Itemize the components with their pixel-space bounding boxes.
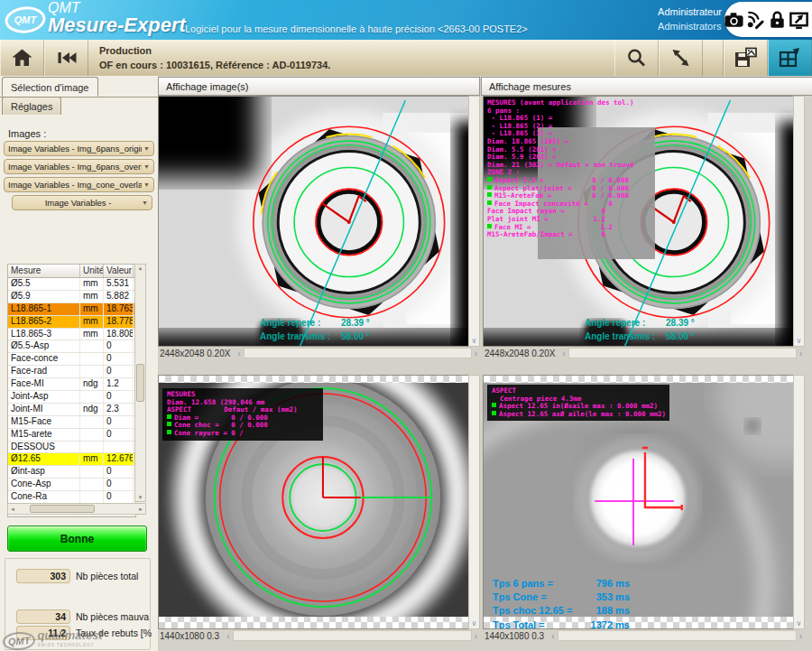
pan-right-icon[interactable]: › xyxy=(797,631,805,641)
table-row[interactable]: L18.865-3 mm 18.808 xyxy=(8,329,135,341)
scroll-thumb[interactable] xyxy=(30,505,95,513)
cell-valeur: 0 xyxy=(104,416,134,428)
cell-mesure: Ø5.5 xyxy=(8,278,80,290)
cell-unite xyxy=(80,391,104,403)
scroll-thumb[interactable] xyxy=(136,364,144,402)
sidebar-tabs: Sélection d'image Réglages xyxy=(0,77,158,98)
timing-line: Tps Cone =353 ms xyxy=(493,590,630,603)
save-image-button[interactable] xyxy=(724,40,768,76)
vertical-scrollbar[interactable]: ∨ xyxy=(793,375,805,629)
table-horizontal-scrollbar[interactable]: ◄ ► xyxy=(7,503,146,515)
cell-valeur: 0 xyxy=(104,429,134,441)
cell-unite xyxy=(80,491,104,503)
pan-right-icon[interactable]: › xyxy=(797,349,805,358)
angle-line: Angle transmis :58.00 ° xyxy=(585,329,695,342)
camera-image-6pans-overlay[interactable]: MESURES (avant application des tol.)6 pa… xyxy=(483,96,794,347)
image-viewer-area: Affichage image(s) Affichage mesures Ang… xyxy=(158,76,812,651)
viewport-bottom-left[interactable]: MESURESDiam. 12.658 (298,046 mmASPECT De… xyxy=(158,375,480,629)
cell-mesure: Cone-Ra xyxy=(8,491,80,503)
layout-tile-button[interactable] xyxy=(768,40,812,76)
home-button[interactable] xyxy=(0,40,44,76)
viewport-bottom-right[interactable]: ASPECT Centrage piece 4.3mmAspect 12.65 … xyxy=(483,375,805,629)
screen-share-icon[interactable] xyxy=(789,9,809,31)
scroll-down-icon[interactable]: ▼ xyxy=(138,494,143,501)
aspect-results-overlay: MESURESDiam. 12.658 (298,046 mmASPECT De… xyxy=(162,388,323,441)
tab-reglages[interactable]: Réglages xyxy=(2,97,61,115)
cell-unite: mm xyxy=(80,329,104,340)
image-variable-dropdown[interactable]: Image Variables - Img_cone_overlay ▼ xyxy=(4,177,154,192)
vertical-scrollbar[interactable]: ∨ xyxy=(793,96,805,347)
table-row[interactable]: Øint-asp 0 xyxy=(8,466,135,479)
vertical-scrollbar[interactable]: ∨ xyxy=(468,96,480,347)
viewport-top-right[interactable]: MESURES (avant application des tol.)6 pa… xyxy=(483,96,805,347)
zoom-search-button[interactable] xyxy=(614,40,659,76)
images-label: Images : xyxy=(8,128,46,139)
pan-right-icon[interactable]: › xyxy=(472,631,480,641)
col-unite[interactable]: Unité xyxy=(80,265,104,277)
table-row[interactable]: Cone-Ra 0 xyxy=(8,491,135,504)
cell-valeur: 0 xyxy=(104,340,134,352)
image-variable-dropdown[interactable]: Image Variables - Img_6pans_overlay ▼ xyxy=(4,159,154,174)
job-info: Production OF en cours : 10031615, Référ… xyxy=(88,40,614,76)
pan-right-icon[interactable]: › xyxy=(472,349,480,358)
measure-results-overlay: MESURES (avant application des tol.)6 pa… xyxy=(487,99,634,239)
table-row[interactable]: L18.865-1 mm 18.763 xyxy=(8,303,135,316)
table-row[interactable]: Cone-Asp 0 xyxy=(8,479,135,491)
scroll-right-icon[interactable]: ► xyxy=(136,507,145,512)
image-resolution-zoom: 1440x1080 0.3 xyxy=(158,631,224,641)
scroll-left-icon[interactable]: ◄ xyxy=(8,507,17,512)
table-row[interactable]: Face-MI ndg 1.2 xyxy=(8,378,135,391)
fit-expand-button[interactable] xyxy=(659,40,703,76)
cell-mesure: L18.865-1 xyxy=(8,303,80,315)
camera-image-6pans-origine[interactable]: Angle repere :28.39 ° Angle transmis :58… xyxy=(158,96,469,347)
camera-image-cone-overlay[interactable]: MESURESDiam. 12.658 (298,046 mmASPECT De… xyxy=(158,375,469,629)
pan-left-icon[interactable]: ‹ xyxy=(235,349,243,358)
table-row[interactable]: Joint-MI ndg 2.3 xyxy=(8,404,135,416)
signal-antenna-icon[interactable] xyxy=(745,9,766,31)
table-row[interactable]: Ø5.5 mm 5.531 xyxy=(8,278,135,291)
image-variable-dropdown[interactable]: Image Variables - ▼ xyxy=(12,195,152,210)
table-row[interactable]: Joint-Asp 0 xyxy=(8,391,135,404)
cell-valeur: 0 xyxy=(104,491,134,503)
camera-icon[interactable] xyxy=(724,9,744,31)
col-mesure[interactable]: Mesure xyxy=(8,265,80,277)
table-row[interactable]: Ø5.5-Asp 0 xyxy=(8,340,135,353)
table-row[interactable]: Ø12.65 mm 12.676 xyxy=(8,453,135,466)
col-valeur[interactable]: Valeur xyxy=(104,265,134,277)
h-scroll-track[interactable] xyxy=(233,630,472,641)
mode-label: Production xyxy=(99,43,614,58)
counter-bad: 34 Nb pièces mauva xyxy=(16,609,149,624)
table-row[interactable]: Ø5.9 mm 5.882 xyxy=(8,291,135,303)
table-vertical-scrollbar[interactable]: ▲ ▼ xyxy=(134,264,146,502)
watermark-qmt-logo: QMT xyxy=(2,631,36,651)
timing-line: Tps choc 12.65 =188 ms xyxy=(493,603,630,617)
result-status-button[interactable]: Bonne xyxy=(7,525,147,552)
table-row[interactable]: Face-conce 0 xyxy=(8,353,135,366)
h-scroll-track[interactable] xyxy=(558,630,797,641)
table-row[interactable]: Face-rad 0 xyxy=(8,366,135,378)
scrollbar-down-icon[interactable]: ∨ xyxy=(469,337,479,345)
table-row[interactable]: DESSOUS xyxy=(8,442,135,454)
lock-icon[interactable] xyxy=(767,9,788,31)
pan-left-icon[interactable]: ‹ xyxy=(549,631,557,641)
scrollbar-down-icon[interactable]: ∨ xyxy=(794,337,804,345)
h-scroll-track[interactable] xyxy=(568,348,797,358)
viewport-top-left[interactable]: Angle repere :28.39 ° Angle transmis :58… xyxy=(158,96,480,347)
tab-selection-image[interactable]: Sélection d'image xyxy=(2,77,98,97)
scrollbar-down-icon[interactable]: ∨ xyxy=(794,619,804,628)
pan-left-icon[interactable]: ‹ xyxy=(559,349,567,358)
table-row[interactable]: M15-Face 0 xyxy=(8,416,135,429)
scroll-up-icon[interactable]: ▲ xyxy=(138,265,143,272)
timing-line: Tps Total =1372 ms xyxy=(493,618,630,629)
image-variable-dropdown[interactable]: Image Variables - Img_6pans_origine ▼ xyxy=(4,141,154,156)
status-bar-bottom-right: 1440x1080 0.3 ‹ › xyxy=(483,629,805,642)
scrollbar-down-icon[interactable]: ∨ xyxy=(469,619,479,628)
camera-image-dessous[interactable]: ASPECT Centrage piece 4.3mmAspect 12.65 … xyxy=(483,375,794,629)
timing-readout: Tps 6 pans =796 ms Tps Cone =353 ms Tps … xyxy=(493,576,630,629)
rewind-button[interactable] xyxy=(44,40,88,76)
table-row[interactable]: M15-arete 0 xyxy=(8,429,135,442)
h-scroll-track[interactable] xyxy=(244,348,472,358)
pan-left-icon[interactable]: ‹ xyxy=(224,631,232,641)
table-row[interactable]: L18.865-2 mm 18.778 xyxy=(8,316,135,329)
vertical-scrollbar[interactable]: ∨ xyxy=(468,375,480,629)
